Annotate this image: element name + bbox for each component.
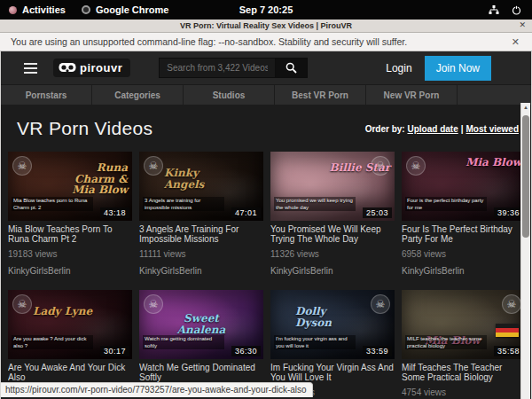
cat-skull-icon: ☠ — [411, 160, 421, 172]
video-thumbnail[interactable]: ☠ Billie Star You promised we will keep … — [270, 152, 395, 221]
thumbnail-caption: I'm fucking your virgin ass and you will… — [274, 335, 356, 349]
link-preview-bubble: https://pirouvr.com/vr-porn-video/779325… — [1, 382, 313, 397]
hamburger-icon — [24, 63, 37, 65]
duration-badge: 30:17 — [100, 346, 129, 356]
activities-dot-icon — [9, 6, 17, 14]
video-thumbnail[interactable]: ☠ Runa Charm & Mia Blow Mia Blow teaches… — [8, 152, 132, 221]
duration-badge: 39:36 — [494, 207, 523, 218]
page-head: VR Porn Videos Order by: Upload date|Mos… — [1, 105, 531, 139]
channel-logo-badge: ☠ — [12, 294, 32, 314]
video-thumbnail[interactable]: ☠ Kinky Angels 3 Angels are training for… — [139, 152, 263, 221]
thumbnail-overlay-name: Lady Lyne — [33, 306, 92, 317]
thumbnail-caption: MILF teaches the teacher some practical … — [405, 335, 487, 349]
video-channel-link[interactable]: KinkyGirlsBerlin — [139, 266, 263, 276]
thumbnail-caption: Watch me getting dominated softly — [143, 335, 224, 349]
video-card[interactable]: ☠ Kinky Angels 3 Angels are training for… — [139, 152, 263, 276]
menu-item-new-vr-porn[interactable]: New VR Porn — [366, 85, 458, 105]
video-channel-link[interactable]: KinkyGirlsBerlin — [270, 266, 395, 276]
thumbnail-caption: Mia Blow teaches porn to Runa Charm pt. … — [12, 197, 93, 211]
video-views: 4754 views — [402, 387, 526, 397]
order-link-most-viewed[interactable]: Most viewed — [466, 124, 519, 134]
browser-viewport: pirouvr Login Join Now Pornstars Categor… — [0, 51, 532, 399]
order-by: Order by: Upload date|Most viewed — [365, 124, 519, 134]
link-preview-url: https://pirouvr.com/vr-porn-video/779325… — [5, 385, 307, 395]
video-channel-link[interactable]: KinkyGirlsBerlin — [402, 266, 526, 276]
login-link[interactable]: Login — [386, 62, 411, 74]
video-views: 19183 views — [8, 249, 132, 259]
page-title: VR Porn Videos — [17, 118, 153, 139]
menu-item-studios[interactable]: Studios — [184, 85, 275, 105]
thumbnail-overlay-name: Kinky Angels — [164, 168, 228, 190]
warning-close-button[interactable]: ✕ — [512, 36, 532, 48]
duration-badge: 43:18 — [100, 207, 129, 218]
menu-item-best-vr-porn[interactable]: Best VR Porn — [275, 85, 366, 105]
channel-logo-badge: ☠ — [12, 156, 32, 176]
thumbnail-overlay-name: Dolly Dyson — [295, 306, 359, 328]
video-card[interactable]: ☠ Lady Lyne Are you awake ? And your dic… — [8, 290, 132, 397]
german-flag-icon — [496, 324, 519, 337]
search-icon — [286, 62, 297, 74]
video-title[interactable]: Watch Me Getting Dominated Softly — [139, 363, 263, 382]
power-icon[interactable] — [512, 5, 521, 15]
video-card[interactable]: ☠ Billie Star You promised we will keep … — [270, 152, 395, 276]
video-card[interactable]: ☠ Runa Charm & Mia Blow Mia Blow teaches… — [8, 152, 132, 276]
thumbnail-caption: Four is the perfect birthday party for m… — [405, 197, 487, 211]
window-close-button[interactable]: ✕ — [519, 20, 526, 29]
activities-label: Activities — [22, 4, 66, 15]
channel-logo-badge: ☠ — [371, 294, 390, 314]
video-title[interactable]: Four Is The Perfect Birthday Party For M… — [402, 224, 526, 244]
video-title[interactable]: 3 Angels Are Training For Impossible Mis… — [139, 224, 263, 244]
scroll-thumb[interactable] — [522, 115, 529, 238]
window-title-bar: VR Porn: Virtual Reality Sex Videos | Pi… — [0, 20, 532, 33]
network-icon[interactable] — [489, 5, 499, 15]
thumbnail-overlay-name: Billie Star — [330, 162, 391, 174]
order-link-upload-date[interactable]: Upload date — [407, 124, 458, 134]
chrome-icon — [82, 5, 90, 14]
video-card[interactable]: ☠ Mia Blow MILF teaches the teacher some… — [402, 290, 526, 397]
hamburger-menu-button[interactable] — [24, 63, 37, 74]
video-thumbnail[interactable]: ☠ Sweet Analena Watch me getting dominat… — [139, 290, 263, 359]
chrome-taskbar-item[interactable]: Google Chrome — [82, 4, 169, 15]
search-input[interactable] — [159, 58, 276, 78]
video-thumbnail[interactable]: ☠ Mia Blow MILF teaches the teacher some… — [402, 290, 526, 359]
join-now-button[interactable]: Join Now — [425, 56, 491, 81]
thumbnail-caption: 3 Angels are training for impossible mis… — [143, 197, 224, 211]
duration-badge: 33:59 — [363, 346, 392, 356]
video-card[interactable]: ☠ Mia Blow Four is the perfect birthday … — [402, 152, 526, 276]
video-title[interactable]: Mia Blow Teaches Porn To Runa Charm Pt 2 — [8, 224, 132, 244]
scrollbar[interactable]: ▲ ▼ — [520, 103, 530, 399]
menu-item-categories[interactable]: Categories — [92, 85, 184, 105]
menu-item-pornstars[interactable]: Pornstars — [1, 85, 92, 105]
video-title[interactable]: You Promised We Will Keep Trying The Who… — [270, 224, 395, 244]
channel-logo-badge: ☠ — [144, 294, 163, 314]
video-channel-link[interactable]: KinkyGirlsBerlin — [8, 266, 132, 276]
duration-badge: 47:01 — [231, 207, 261, 218]
video-views: 11111 views — [139, 249, 263, 259]
scroll-up-icon[interactable]: ▲ — [521, 103, 530, 112]
activities-button[interactable]: Activities — [9, 4, 66, 15]
video-views: 11326 views — [270, 249, 395, 259]
video-thumbnail[interactable]: ☠ Lady Lyne Are you awake ? And your dic… — [8, 290, 132, 359]
channel-logo-badge: ☠ — [502, 294, 521, 314]
thumbnail-overlay-name: Sweet Analena — [169, 313, 233, 335]
cat-skull-icon: ☠ — [149, 298, 159, 310]
video-card[interactable]: ☠ Dolly Dyson I'm fucking your virgin as… — [270, 290, 395, 397]
search-button[interactable] — [276, 58, 308, 78]
site-logo[interactable]: pirouvr — [53, 59, 130, 77]
cat-skull-icon: ☠ — [149, 160, 159, 172]
site-header: pirouvr Login Join Now — [1, 51, 531, 84]
video-title[interactable]: Milf Teaches The Teacher Some Practical … — [402, 363, 526, 382]
video-title[interactable]: Im Fucking Your Virgin Ass And You Will … — [270, 363, 395, 382]
system-top-bar: Activities Google Chrome Sep 7 20:25 — [0, 0, 532, 20]
video-title[interactable]: Are You Awake And Your Dick Also — [8, 363, 132, 382]
video-views: 6958 views — [402, 249, 526, 259]
warning-message: You are using an unsupported command-lin… — [0, 36, 407, 47]
thumbnail-caption: Are you awake ? And your dick also ? — [12, 335, 93, 349]
video-grid: ☠ Runa Charm & Mia Blow Mia Blow teaches… — [1, 139, 531, 397]
video-card[interactable]: ☠ Sweet Analena Watch me getting dominat… — [139, 290, 263, 397]
video-thumbnail[interactable]: ☠ Mia Blow Four is the perfect birthday … — [402, 152, 526, 221]
site-logo-text: pirouvr — [80, 61, 122, 74]
video-thumbnail[interactable]: ☠ Dolly Dyson I'm fucking your virgin as… — [270, 290, 395, 359]
channel-logo-badge: ☠ — [406, 156, 426, 176]
thumbnail-overlay-name: Mia Blow — [466, 157, 521, 168]
